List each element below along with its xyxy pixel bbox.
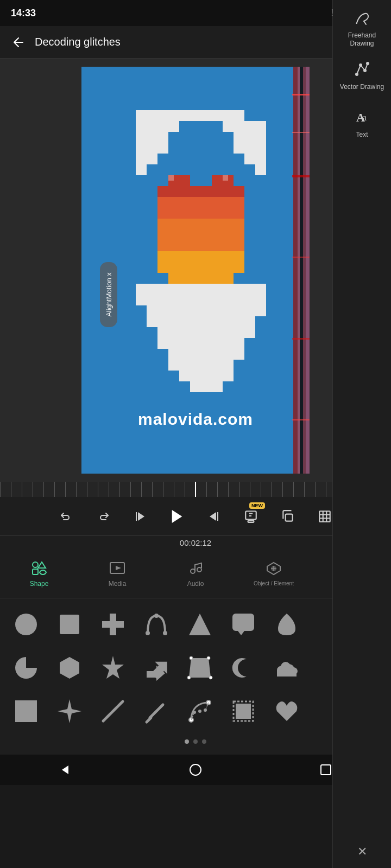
svg-marker-82 (138, 512, 144, 521)
new-template-button[interactable]: NEW (239, 505, 263, 528)
svg-point-141 (198, 710, 201, 713)
video-canvas: malovida.com AlightMotion x (81, 67, 310, 474)
svg-rect-10 (157, 110, 168, 121)
shape-trapezoid[interactable] (180, 648, 219, 687)
svg-point-97 (191, 569, 195, 573)
dot-2[interactable] (193, 739, 198, 744)
tab-audio-label: Audio (187, 580, 204, 588)
svg-rect-70 (303, 67, 306, 474)
play-button[interactable] (165, 505, 189, 528)
shape-pie[interactable] (7, 648, 46, 687)
svg-point-105 (359, 63, 362, 67)
svg-point-114 (154, 614, 159, 618)
freehand-label: FreehandDrawing (348, 31, 376, 47)
bottom-section: Shape Media Audio (0, 550, 391, 598)
tab-object[interactable]: Object / Element (235, 557, 313, 591)
svg-rect-26 (136, 132, 168, 143)
svg-rect-134 (15, 700, 37, 722)
svg-rect-18 (136, 121, 147, 132)
svg-marker-85 (210, 512, 216, 521)
shape-node[interactable] (180, 692, 219, 731)
svg-point-145 (204, 709, 207, 712)
skip-start-button[interactable] (128, 505, 152, 528)
shape-diagonal-line[interactable] (137, 692, 176, 731)
svg-rect-53 (212, 186, 223, 197)
shape-hexagon[interactable] (50, 648, 89, 687)
shape-arrow[interactable] (137, 648, 176, 687)
nav-home-button[interactable] (182, 757, 209, 783)
text-button[interactable]: A a Text (338, 102, 387, 145)
shape-cloud[interactable] (267, 648, 306, 687)
shape-arc[interactable] (137, 605, 176, 644)
shape-heart[interactable] (267, 692, 306, 731)
svg-rect-69 (300, 67, 303, 474)
svg-rect-57 (157, 208, 244, 219)
text-icon: A a (354, 108, 370, 129)
undo-button[interactable] (54, 505, 78, 528)
vector-icon (354, 61, 370, 81)
new-badge: NEW (249, 502, 265, 509)
vector-drawing-button[interactable]: Vector Drawing (338, 54, 387, 98)
svg-rect-94 (33, 569, 38, 575)
svg-rect-72 (292, 94, 310, 95)
svg-rect-62 (157, 262, 244, 273)
tab-media[interactable]: Media (78, 556, 156, 592)
tab-audio[interactable]: Audio (156, 556, 235, 592)
svg-rect-23 (234, 121, 244, 132)
svg-rect-43 (190, 381, 223, 392)
tab-shape[interactable]: Shape (0, 556, 78, 592)
shape-speech-bubble[interactable] (224, 605, 263, 644)
svg-point-104 (355, 73, 358, 76)
shape-circle[interactable] (7, 605, 46, 644)
svg-rect-12 (179, 110, 190, 121)
svg-line-138 (147, 718, 151, 722)
svg-rect-25 (255, 121, 266, 132)
svg-point-98 (197, 567, 201, 572)
svg-rect-36 (147, 305, 266, 316)
svg-rect-77 (292, 419, 310, 420)
svg-rect-17 (234, 110, 244, 121)
svg-marker-124 (189, 658, 211, 678)
shape-triangle[interactable] (180, 605, 219, 644)
svg-rect-45 (179, 175, 190, 186)
shape-square[interactable] (50, 605, 89, 644)
svg-marker-83 (172, 510, 182, 523)
dot-1[interactable] (185, 739, 189, 744)
tab-shape-label: Shape (30, 580, 49, 588)
svg-rect-84 (217, 512, 218, 521)
svg-marker-148 (62, 765, 68, 774)
svg-rect-54 (223, 186, 234, 197)
dot-3[interactable] (202, 739, 206, 744)
skip-end-button[interactable] (202, 505, 226, 528)
back-button[interactable] (9, 33, 28, 52)
shape-4star[interactable] (50, 692, 89, 731)
svg-rect-55 (234, 186, 244, 197)
svg-rect-71 (306, 67, 310, 474)
shape-starburst[interactable] (93, 648, 133, 687)
svg-rect-58 (157, 219, 244, 229)
svg-rect-41 (168, 360, 234, 371)
svg-point-127 (209, 676, 212, 679)
shape-filled-square[interactable] (7, 692, 46, 731)
svg-rect-14 (201, 110, 212, 121)
svg-rect-150 (321, 765, 331, 775)
svg-rect-29 (234, 143, 266, 154)
svg-point-110 (15, 614, 37, 635)
svg-rect-27 (234, 132, 266, 143)
svg-rect-67 (293, 67, 298, 474)
shape-crescent[interactable] (224, 648, 263, 687)
svg-rect-76 (292, 338, 310, 340)
svg-rect-91 (319, 511, 330, 522)
nav-back-button[interactable] (52, 757, 78, 783)
shape-plus[interactable] (93, 605, 133, 644)
shape-stamp[interactable] (224, 692, 263, 731)
tab-object-icon-wrap (266, 561, 282, 578)
shape-line[interactable] (93, 692, 133, 731)
svg-rect-15 (212, 110, 223, 121)
freehand-drawing-button[interactable]: FreehandDrawing (338, 7, 387, 50)
duplicate-button[interactable] (276, 505, 300, 528)
close-panel-button[interactable]: ✕ (352, 842, 372, 861)
svg-rect-39 (157, 338, 244, 349)
redo-button[interactable] (91, 505, 115, 528)
shape-teardrop[interactable] (267, 605, 306, 644)
